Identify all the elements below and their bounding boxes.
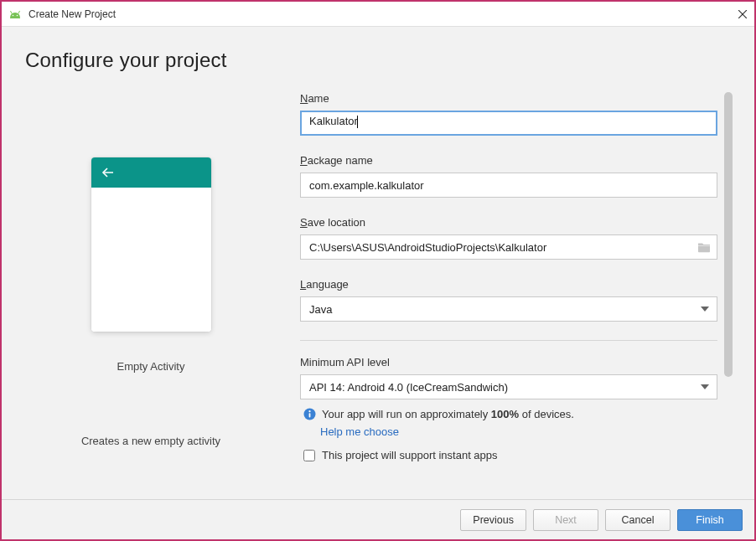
phone-preview-body [91,188,211,332]
language-field-group: Language Java [300,278,717,322]
window-title: Create New Project [28,8,738,20]
svg-line-0 [11,11,13,13]
form-column: Name Kalkulator Package name Save locati… [300,92,736,499]
text-cursor [357,116,358,128]
page-heading: Configure your project [25,49,736,72]
template-preview-column: Empty Activity Creates a new empty activ… [25,92,277,499]
info-icon [303,408,316,420]
template-name: Empty Activity [117,360,185,373]
language-label: Language [300,278,717,291]
content-area: Configure your project Empty Activity Cr… [2,27,754,499]
body-columns: Empty Activity Creates a new empty activ… [25,92,736,499]
api-info-row: Your app will run on approximately 100% … [300,408,717,420]
close-icon [738,10,747,18]
back-arrow-icon [101,167,115,178]
location-field-group: Save location [300,216,717,260]
api-field-group: Minimum API level API 14: Android 4.0 (I… [300,356,717,399]
finish-button[interactable]: Finish [677,509,743,531]
template-description: Creates a new empty activity [81,435,220,447]
api-label: Minimum API level [300,356,717,368]
svg-rect-7 [698,245,710,246]
api-info-text: Your app will run on approximately 100% … [322,408,574,420]
folder-browse-icon[interactable] [697,242,711,253]
help-me-choose-link[interactable]: Help me choose [320,425,399,438]
phone-preview-header [91,157,211,188]
form-scroll: Name Kalkulator Package name Save locati… [300,92,717,499]
svg-point-11 [308,410,310,412]
instant-apps-row: This project will support instant apps [300,449,717,461]
location-input[interactable] [300,234,717,260]
previous-button[interactable]: Previous [460,509,526,531]
instant-apps-checkbox[interactable] [303,450,315,461]
name-input[interactable]: Kalkulator [300,111,717,136]
api-select[interactable]: API 14: Android 4.0 (IceCreamSandwich) [300,374,717,399]
titlebar: Create New Project [2,2,754,27]
scrollbar[interactable] [724,92,733,452]
scrollbar-thumb[interactable] [724,92,733,377]
package-label: Package name [300,154,717,167]
section-divider [300,340,717,341]
svg-line-1 [18,11,20,13]
cancel-button[interactable]: Cancel [605,509,671,531]
close-button[interactable] [738,9,748,19]
location-label: Save location [300,216,717,229]
phone-preview [91,157,211,332]
android-icon [8,10,22,18]
svg-point-3 [17,14,18,16]
svg-point-2 [13,14,14,16]
footer-buttons: Previous Next Cancel Finish [2,499,754,539]
name-label: Name [300,92,717,105]
package-field-group: Package name [300,154,717,198]
next-button: Next [533,509,598,531]
name-field-group: Name Kalkulator [300,92,717,136]
svg-rect-12 [309,413,311,417]
package-input[interactable] [300,173,717,198]
language-select[interactable]: Java [300,296,717,322]
dialog-window: Create New Project Configure your projec… [2,2,754,539]
instant-apps-label: This project will support instant apps [322,449,498,461]
